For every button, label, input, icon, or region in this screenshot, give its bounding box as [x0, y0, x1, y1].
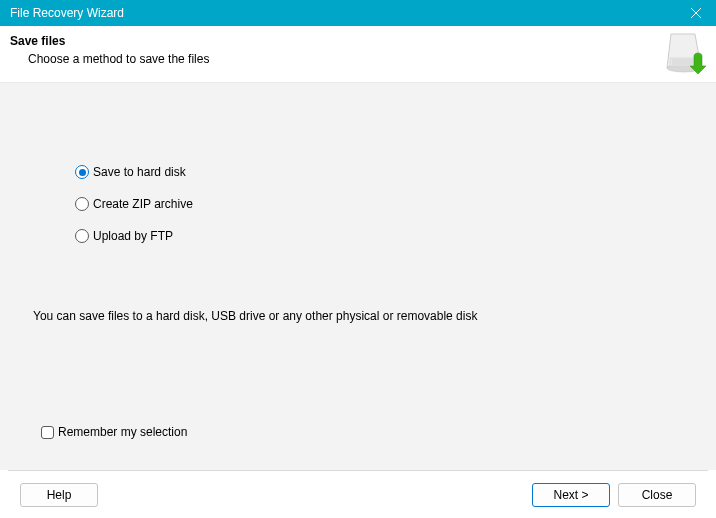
- header: Save files Choose a method to save the f…: [0, 26, 716, 82]
- footer: Help Next > Close: [8, 470, 708, 518]
- close-button[interactable]: Close: [618, 483, 696, 507]
- option-description: You can save files to a hard disk, USB d…: [1, 261, 715, 323]
- content-area: Save to hard disk Create ZIP archive Upl…: [0, 82, 716, 470]
- page-subtitle: Choose a method to save the files: [10, 48, 706, 66]
- option-label: Create ZIP archive: [93, 197, 193, 211]
- drive-save-icon: [664, 32, 708, 79]
- close-window-button[interactable]: [676, 0, 716, 26]
- window-title: File Recovery Wizard: [10, 6, 124, 20]
- close-icon: [691, 8, 701, 18]
- save-method-options: Save to hard disk Create ZIP archive Upl…: [1, 83, 715, 243]
- option-create-zip[interactable]: Create ZIP archive: [75, 197, 715, 211]
- option-save-hard-disk[interactable]: Save to hard disk: [75, 165, 715, 179]
- remember-label: Remember my selection: [58, 425, 187, 439]
- option-label: Save to hard disk: [93, 165, 186, 179]
- next-button[interactable]: Next >: [532, 483, 610, 507]
- remember-selection[interactable]: Remember my selection: [1, 323, 715, 439]
- option-upload-ftp[interactable]: Upload by FTP: [75, 229, 715, 243]
- help-button[interactable]: Help: [20, 483, 98, 507]
- radio-icon: [75, 165, 89, 179]
- option-label: Upload by FTP: [93, 229, 173, 243]
- page-title: Save files: [10, 34, 706, 48]
- radio-icon: [75, 197, 89, 211]
- checkbox-icon: [41, 426, 54, 439]
- titlebar: File Recovery Wizard: [0, 0, 716, 26]
- radio-icon: [75, 229, 89, 243]
